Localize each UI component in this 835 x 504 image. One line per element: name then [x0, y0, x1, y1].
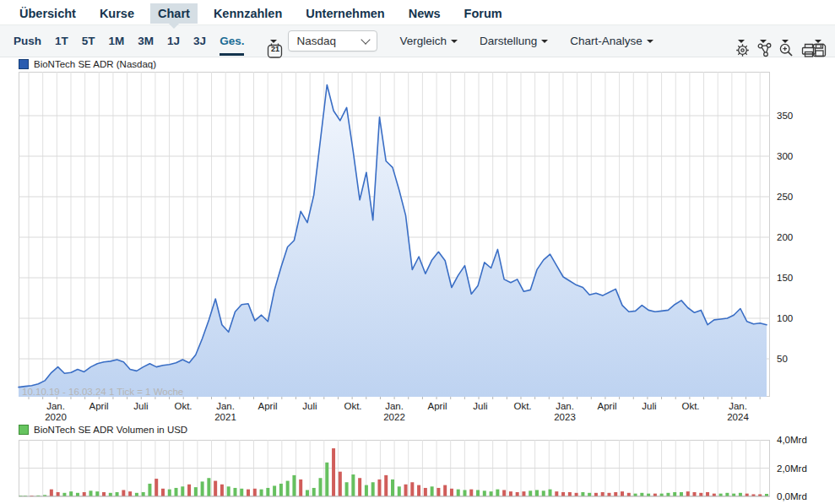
range-3j[interactable]: 3J: [193, 35, 206, 47]
svg-text:Okt.: Okt.: [513, 401, 531, 411]
svg-text:Okt.: Okt.: [174, 401, 192, 411]
nav-item-forum[interactable]: Forum: [457, 3, 510, 24]
svg-text:2023: 2023: [554, 412, 576, 422]
exchange-select[interactable]: Nasdaq: [288, 30, 377, 51]
share-button[interactable]: [756, 40, 767, 43]
svg-text:150: 150: [777, 273, 793, 283]
svg-text:100: 100: [777, 313, 793, 323]
svg-text:Juli: Juli: [302, 401, 317, 411]
svg-text:2,0Mrd: 2,0Mrd: [777, 463, 807, 474]
range-3m[interactable]: 3M: [138, 35, 154, 47]
zoom-button[interactable]: [778, 40, 789, 43]
svg-text:50: 50: [777, 354, 788, 364]
menu-darstellung-label: Darstellung: [480, 35, 537, 47]
chevron-down-icon: [361, 35, 371, 44]
dropdown-caret-icon: [647, 40, 653, 43]
svg-text:Juli: Juli: [133, 401, 148, 411]
svg-text:Jan.: Jan.: [729, 401, 747, 411]
range-gesamt[interactable]: Ges.: [220, 35, 244, 47]
svg-text:Juli: Juli: [473, 401, 487, 411]
main-nav: Übersicht Kurse Chart Kennzahlen Unterne…: [0, 0, 835, 24]
svg-text:Jan.: Jan.: [385, 401, 404, 411]
svg-text:10.10.19 - 16.03.24 1 Tick =: 10.10.19 - 16.03.24 1 Tick = 1 Woche: [22, 387, 183, 397]
svg-text:Okt.: Okt.: [681, 401, 699, 411]
menu-chart-analyse-label: Chart-Analyse: [570, 35, 643, 47]
svg-text:2020: 2020: [45, 412, 67, 422]
svg-text:300: 300: [777, 151, 793, 161]
svg-text:2024: 2024: [727, 412, 749, 422]
menu-vergleich[interactable]: Vergleich: [399, 35, 458, 47]
svg-text:Okt.: Okt.: [344, 401, 361, 411]
menu-darstellung[interactable]: Darstellung: [480, 35, 548, 47]
nav-item-unternehmen[interactable]: Unternehmen: [298, 3, 392, 24]
exchange-select-value: Nasdaq: [296, 35, 336, 47]
volume-legend-label: BioNTech SE ADR Volumen in USD: [34, 425, 187, 435]
chart-toolbar: Push 1T 5T 1M 3M 1J 3J Ges. 21 Nasdaq Ve…: [0, 24, 835, 57]
svg-text:Jan.: Jan.: [216, 401, 235, 411]
range-1m[interactable]: 1M: [109, 35, 125, 47]
dropdown-caret-icon: [541, 40, 548, 43]
svg-text:250: 250: [777, 192, 793, 202]
chart-page: Übersicht Kurse Chart Kennzahlen Unterne…: [0, 0, 835, 504]
price-legend-swatch: [19, 59, 29, 69]
svg-text:200: 200: [777, 232, 793, 242]
dropdown-caret-icon: [451, 40, 458, 43]
svg-text:Juli: Juli: [642, 401, 656, 411]
nav-item-kennzahlen[interactable]: Kennzahlen: [206, 3, 290, 24]
nav-item-news[interactable]: News: [401, 3, 448, 24]
volume-chart-canvas[interactable]: 0,0Mrd2,0Mrd4,0Mrd: [0, 424, 835, 504]
calendar-button[interactable]: 21: [266, 40, 277, 43]
settings-button[interactable]: [734, 40, 745, 43]
svg-text:Jan.: Jan.: [556, 401, 574, 411]
volume-legend-swatch: [19, 425, 29, 435]
range-push[interactable]: Push: [14, 35, 41, 47]
svg-text:April: April: [597, 401, 616, 411]
range-5t[interactable]: 5T: [82, 35, 95, 47]
range-1j[interactable]: 1J: [167, 35, 180, 47]
svg-text:April: April: [89, 401, 108, 411]
svg-text:0,0Mrd: 0,0Mrd: [777, 491, 807, 501]
price-chart-canvas[interactable]: 5010015020025030035010.10.19 - 16.03.24 …: [0, 57, 835, 422]
svg-text:April: April: [427, 401, 447, 411]
price-legend-label: BioNTech SE ADR (Nasdaq): [34, 59, 156, 69]
svg-text:2021: 2021: [214, 412, 236, 422]
nav-item-kurse[interactable]: Kurse: [92, 3, 142, 24]
range-1t[interactable]: 1T: [55, 35, 68, 47]
menu-chart-analyse[interactable]: Chart-Analyse: [570, 35, 653, 47]
nav-item-uebersicht[interactable]: Übersicht: [12, 3, 84, 24]
svg-text:4,0Mrd: 4,0Mrd: [777, 435, 807, 445]
toolbar-icon-group: [723, 40, 821, 43]
svg-text:350: 350: [777, 111, 793, 121]
volume-chart-legend: BioNTech SE ADR Volumen in USD: [19, 425, 187, 435]
price-chart-legend: BioNTech SE ADR (Nasdaq): [19, 59, 156, 69]
svg-text:Jan.: Jan.: [46, 401, 65, 411]
svg-text:2022: 2022: [383, 412, 405, 422]
svg-text:April: April: [258, 401, 277, 411]
nav-item-chart[interactable]: Chart: [150, 3, 198, 24]
menu-vergleich-label: Vergleich: [399, 35, 447, 47]
save-button[interactable]: [811, 40, 821, 43]
